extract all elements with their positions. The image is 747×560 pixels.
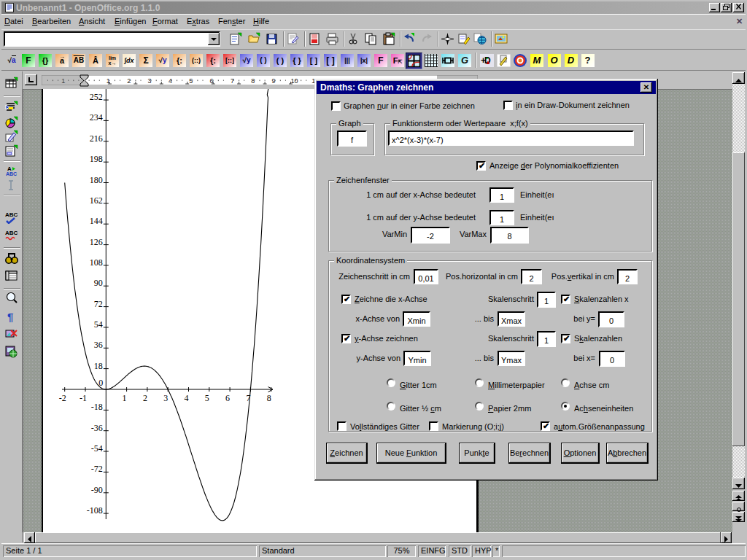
svg-text:1: 1 <box>123 393 127 403</box>
svg-text:-1: -1 <box>80 393 87 403</box>
svg-text:¶: ¶ <box>7 311 13 323</box>
svg-text:5: 5 <box>205 393 209 403</box>
svg-text:216: 216 <box>90 133 103 144</box>
svg-text:-54: -54 <box>91 443 103 454</box>
svg-text:1: 1 <box>61 77 65 85</box>
svg-text:-36: -36 <box>91 423 103 433</box>
svg-text:36: 36 <box>94 340 103 350</box>
svg-text:ABC: ABC <box>5 211 18 218</box>
svg-text:126: 126 <box>90 237 103 247</box>
svg-text:10: 10 <box>290 77 298 85</box>
svg-text:-108: -108 <box>87 505 103 516</box>
svg-text:90: 90 <box>94 278 103 288</box>
svg-text:54: 54 <box>94 319 103 330</box>
svg-text:6: 6 <box>225 393 230 403</box>
svg-text:108: 108 <box>90 257 103 268</box>
svg-text:252: 252 <box>90 92 103 102</box>
svg-text:4: 4 <box>185 393 189 403</box>
svg-text:-18: -18 <box>91 402 103 412</box>
svg-text:198: 198 <box>90 154 103 164</box>
svg-text:8: 8 <box>267 393 271 403</box>
svg-text:234: 234 <box>90 112 103 122</box>
svg-text:180: 180 <box>90 175 103 185</box>
svg-text:162: 162 <box>90 195 103 206</box>
svg-text:72: 72 <box>94 299 103 309</box>
svg-text:2: 2 <box>143 393 147 403</box>
svg-text:ABC: ABC <box>6 171 17 176</box>
svg-text:144: 144 <box>90 216 103 226</box>
svg-text:-90: -90 <box>91 485 103 495</box>
svg-text:ABC: ABC <box>5 230 18 236</box>
svg-text:18: 18 <box>94 361 103 371</box>
svg-text:3: 3 <box>163 393 168 403</box>
svg-text:-2: -2 <box>59 393 66 403</box>
svg-text:-72: -72 <box>91 464 103 474</box>
